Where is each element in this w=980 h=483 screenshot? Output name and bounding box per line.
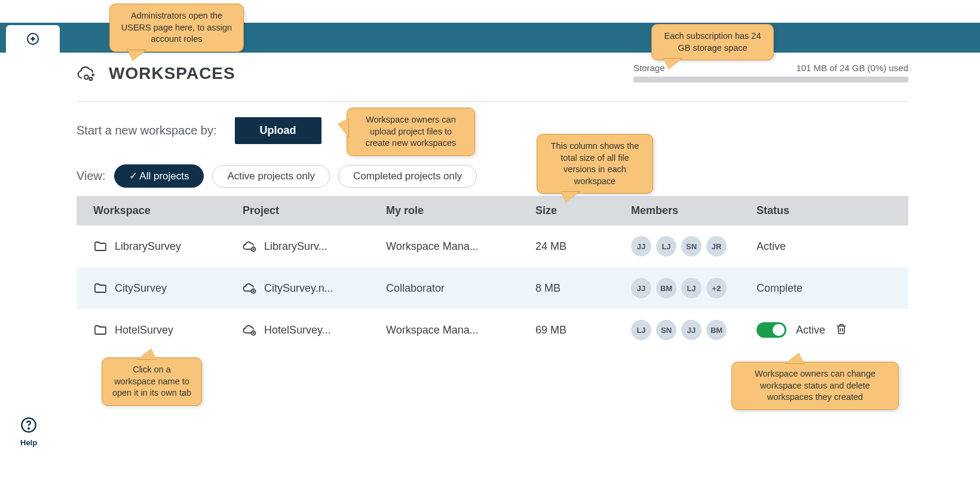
members-cell: JJLJSNJR bbox=[631, 236, 757, 256]
page-title: WORKSPACES bbox=[109, 64, 235, 83]
member-avatar[interactable]: SN bbox=[656, 320, 676, 340]
workspace-cell[interactable]: HotelSurvey bbox=[93, 323, 243, 337]
storage-usage-text: 101 MB of 24 GB (0%) used bbox=[796, 63, 908, 73]
project-cell[interactable]: CitySurvey.n... bbox=[243, 281, 386, 295]
callout-storage: Each subscription has 24 GB storage spac… bbox=[651, 24, 774, 60]
workspace-cell[interactable]: LibrarySurvey bbox=[93, 239, 243, 253]
workspace-cell[interactable]: CitySurvey bbox=[93, 281, 243, 295]
table-row: CitySurveyCitySurvey.n...Collaborator8 M… bbox=[76, 267, 908, 309]
table-row: LibrarySurveyLibrarySurv...Workspace Man… bbox=[76, 225, 908, 267]
home-tab[interactable] bbox=[6, 25, 60, 53]
chip-active-only[interactable]: Active projects only bbox=[212, 165, 329, 188]
svg-point-2 bbox=[90, 78, 93, 81]
folder-icon bbox=[93, 281, 108, 295]
member-avatar[interactable]: SN bbox=[681, 236, 702, 256]
view-label: View: bbox=[76, 169, 106, 183]
chip-all-projects[interactable]: All projects bbox=[114, 164, 204, 188]
cloud-plus-icon bbox=[243, 281, 257, 295]
member-avatar[interactable]: LJ bbox=[656, 236, 676, 256]
callout-upload: Workspace owners can upload project file… bbox=[347, 108, 475, 156]
chip-completed-only[interactable]: Completed projects only bbox=[338, 165, 477, 188]
view-filter-row: View: All projects Active projects only … bbox=[76, 164, 908, 188]
role-cell: Workspace Mana... bbox=[386, 324, 535, 337]
table-header-row: Workspace Project My role Size Members S… bbox=[76, 196, 908, 225]
col-workspace: Workspace bbox=[93, 204, 243, 217]
main-content: Storage 101 MB of 24 GB (0%) used WORKSP… bbox=[76, 63, 908, 351]
storage-label: Storage bbox=[633, 63, 665, 73]
member-avatar[interactable]: JJ bbox=[631, 236, 651, 256]
callout-size: This column shows the total size of all … bbox=[537, 134, 653, 194]
col-status: Status bbox=[757, 204, 924, 217]
role-cell: Workspace Mana... bbox=[386, 240, 535, 253]
sparkle-icon bbox=[26, 32, 40, 46]
member-avatar[interactable]: BM bbox=[706, 320, 727, 340]
help-label: Help bbox=[20, 438, 37, 447]
status-cell: Active bbox=[757, 322, 924, 338]
callout-owner-status: Workspace owners can change workspace st… bbox=[731, 362, 899, 410]
delete-button[interactable] bbox=[835, 322, 848, 338]
status-cell: Active bbox=[757, 240, 924, 253]
member-avatar[interactable]: BM bbox=[656, 278, 676, 298]
help-button[interactable]: Help bbox=[20, 417, 37, 447]
member-avatar[interactable]: LJ bbox=[631, 320, 651, 340]
member-avatar[interactable]: JJ bbox=[681, 320, 702, 340]
storage-bar bbox=[633, 77, 908, 82]
callout-admins: Administrators open the USERS page here,… bbox=[109, 4, 244, 52]
svg-point-3 bbox=[93, 74, 94, 75]
callout-workspace-click: Click on a workspace name to open it in … bbox=[102, 357, 202, 406]
workspaces-table: Workspace Project My role Size Members S… bbox=[76, 196, 908, 351]
cloud-plus-icon bbox=[243, 239, 257, 253]
status-text: Active bbox=[757, 240, 786, 253]
divider bbox=[76, 101, 908, 102]
status-text: Active bbox=[796, 324, 825, 337]
col-size: Size bbox=[535, 204, 631, 217]
status-cell: Complete bbox=[757, 282, 924, 295]
status-text: Complete bbox=[757, 282, 803, 295]
project-cell[interactable]: LibrarySurv... bbox=[243, 239, 386, 253]
members-cell: LJSNJJBM bbox=[631, 320, 757, 340]
table-row: HotelSurveyHotelSurvey...Workspace Mana.… bbox=[76, 309, 908, 351]
col-project: Project bbox=[243, 204, 386, 217]
cloud-plus-icon bbox=[243, 323, 257, 337]
member-avatar[interactable]: JR bbox=[706, 236, 727, 256]
svg-point-8 bbox=[28, 428, 29, 429]
upload-button[interactable]: Upload bbox=[235, 117, 321, 144]
role-cell: Collaborator bbox=[386, 282, 535, 295]
size-cell: 69 MB bbox=[535, 324, 631, 337]
col-members: Members bbox=[631, 204, 757, 217]
status-toggle[interactable] bbox=[757, 322, 786, 338]
member-avatar[interactable]: JJ bbox=[631, 278, 651, 298]
svg-point-1 bbox=[84, 75, 88, 80]
size-cell: 24 MB bbox=[535, 240, 631, 253]
upload-row: Start a new workspace by: Upload bbox=[76, 117, 908, 144]
folder-icon bbox=[93, 239, 108, 253]
cloud-users-icon bbox=[76, 63, 98, 84]
member-avatar[interactable]: +2 bbox=[706, 278, 727, 298]
upload-prompt: Start a new workspace by: bbox=[76, 124, 217, 137]
folder-icon bbox=[93, 323, 108, 337]
size-cell: 8 MB bbox=[535, 282, 631, 295]
member-avatar[interactable]: LJ bbox=[681, 278, 702, 298]
members-cell: JJBMLJ+2 bbox=[631, 278, 757, 298]
project-cell[interactable]: HotelSurvey... bbox=[243, 323, 386, 337]
help-icon bbox=[20, 417, 37, 433]
col-role: My role bbox=[386, 204, 535, 217]
